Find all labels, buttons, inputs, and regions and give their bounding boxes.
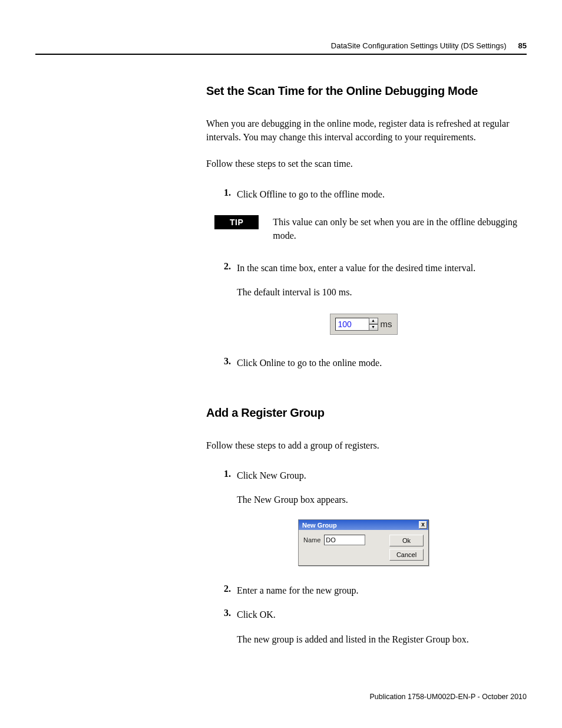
- step-number: 3.: [214, 608, 231, 618]
- tip-badge: TIP: [214, 215, 259, 229]
- step-number: 3.: [214, 356, 231, 367]
- spinner-down-icon[interactable]: ▼: [369, 324, 378, 331]
- scan-time-unit: ms: [381, 319, 392, 329]
- name-label: Name: [303, 536, 320, 543]
- step-text: Click Offline to go to the offline mode.: [237, 187, 385, 201]
- step-subtext: The new group is added and listed in the…: [237, 633, 521, 646]
- step-2: 2. Enter a name for the new group.: [214, 584, 521, 597]
- step-number: 1.: [214, 469, 231, 479]
- new-group-dialog: New Group x Name Ok Cancel: [298, 519, 429, 566]
- step-text: Click Online to go to the online mode.: [237, 356, 382, 370]
- step-3: 3. Click OK.: [214, 608, 521, 621]
- name-input[interactable]: [324, 535, 365, 545]
- step-number: 2.: [214, 584, 231, 594]
- step-text: Click New Group.: [237, 469, 306, 482]
- step-text: Enter a name for the new group.: [237, 584, 359, 597]
- lead-paragraph: Follow these steps to add a group of reg…: [206, 439, 521, 452]
- page-number: 85: [518, 41, 527, 50]
- new-group-dialog-figure: New Group x Name Ok Cancel: [206, 519, 521, 566]
- cancel-button[interactable]: Cancel: [389, 549, 424, 561]
- step-subtext: The New Group box appears.: [237, 493, 521, 506]
- step-subtext: The default interval is 100 ms.: [237, 285, 521, 299]
- intro-paragraph: When you are debugging in the online mod…: [206, 117, 521, 144]
- section-heading-register-group: Add a Register Group: [206, 406, 521, 420]
- step-1: 1. Click New Group.: [214, 469, 521, 482]
- tip-block: TIP This value can only be set when you …: [214, 215, 521, 242]
- ok-button[interactable]: Ok: [389, 535, 424, 546]
- step-2: 2. In the scan time box, enter a value f…: [214, 261, 521, 275]
- lead-paragraph: Follow these steps to set the scan time.: [206, 157, 521, 170]
- tip-text: This value can only be set when you are …: [273, 215, 521, 242]
- step-3: 3. Click Online to go to the online mode…: [214, 356, 521, 370]
- step-number: 2.: [214, 261, 231, 272]
- page-header: DataSite Configuration Settings Utility …: [35, 41, 527, 55]
- dialog-title: New Group: [302, 522, 337, 529]
- scan-time-control: ▲ ▼ ms: [330, 314, 398, 335]
- step-text: In the scan time box, enter a value for …: [237, 261, 475, 275]
- scan-time-figure: ▲ ▼ ms: [206, 314, 521, 335]
- header-title: DataSite Configuration Settings Utility …: [331, 41, 507, 50]
- spinner-up-icon[interactable]: ▲: [369, 318, 378, 324]
- step-text: Click OK.: [237, 608, 276, 621]
- section-heading-scan-time: Set the Scan Time for the Online Debuggi…: [206, 84, 521, 98]
- step-1: 1. Click Offline to go to the offline mo…: [214, 187, 521, 201]
- spinner: ▲ ▼: [369, 318, 378, 331]
- step-number: 1.: [214, 187, 231, 198]
- scan-time-input[interactable]: [335, 318, 369, 331]
- close-icon[interactable]: x: [419, 521, 427, 529]
- footer-publication: Publication 1758-UM002D-EN-P - October 2…: [369, 693, 527, 701]
- dialog-titlebar: New Group x: [299, 520, 428, 530]
